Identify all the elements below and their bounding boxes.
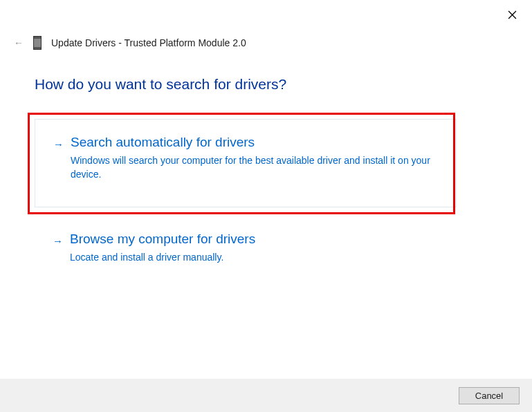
option-browse-computer[interactable]: → Browse my computer for drivers Locate … [35, 225, 457, 282]
option-title: Search automatically for drivers [71, 135, 438, 150]
option-title: Browse my computer for drivers [70, 232, 439, 247]
device-icon [33, 36, 42, 50]
option-row: → Browse my computer for drivers Locate … [53, 232, 439, 264]
option-row: → Search automatically for drivers Windo… [53, 135, 438, 182]
page-heading: How do you want to search for drivers? [35, 76, 286, 93]
cancel-button[interactable]: Cancel [459, 387, 520, 404]
header: ← Update Drivers - Trusted Platform Modu… [14, 36, 246, 50]
option-description: Locate and install a driver manually. [70, 250, 439, 264]
option-description: Windows will search your computer for th… [71, 153, 438, 182]
arrow-right-icon: → [53, 235, 63, 247]
back-arrow-icon: ← [14, 37, 24, 48]
option-text: Search automatically for drivers Windows… [71, 135, 438, 182]
window-title: Update Drivers - Trusted Platform Module… [51, 37, 246, 48]
arrow-right-icon: → [53, 138, 64, 150]
option-search-automatically[interactable]: → Search automatically for drivers Windo… [35, 119, 457, 207]
option-text: Browse my computer for drivers Locate an… [70, 232, 439, 264]
close-button[interactable] [506, 8, 518, 21]
close-icon [508, 10, 517, 19]
footer: Cancel [0, 379, 532, 412]
